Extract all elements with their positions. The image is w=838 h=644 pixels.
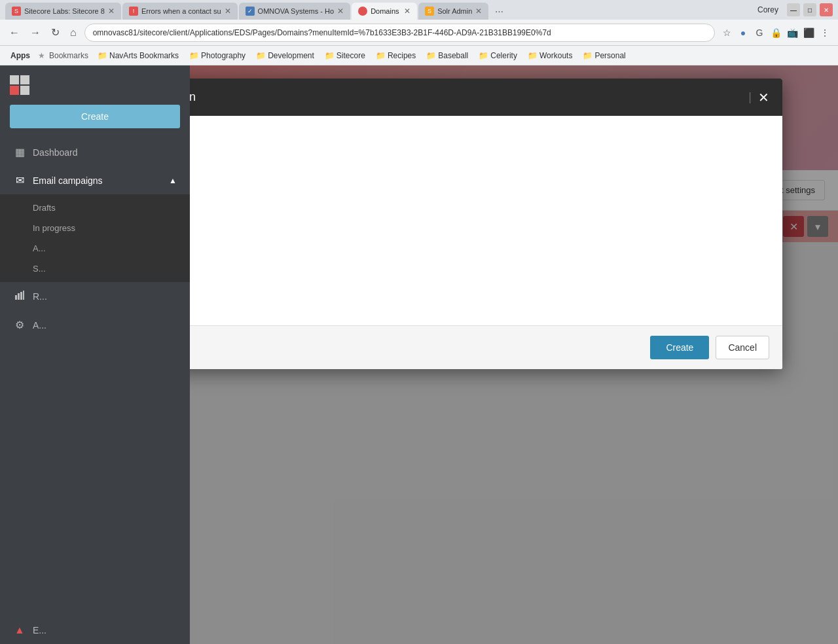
email-campaigns-submenu: Drafts In progress A... S... [0, 194, 190, 282]
modal-header: Regular email campaign | ✕ [190, 79, 782, 116]
modal-body: Import </> [190, 116, 782, 325]
bookmark-workouts[interactable]: 📁 Workouts [524, 50, 576, 62]
sidebar-email-campaigns-section: ✉ Email campaigns ▲ Drafts In progress A… [0, 166, 190, 282]
modal-close-button[interactable]: ✕ [758, 91, 769, 104]
minimize-button[interactable]: — [787, 3, 800, 16]
bookmark-photography-label: Photography [201, 51, 246, 60]
bookmark-baseball[interactable]: 📁 Baseball [422, 50, 472, 62]
modal-cancel-button[interactable]: Cancel [716, 336, 769, 359]
create-button[interactable]: Create [10, 105, 180, 128]
bookmark-personal[interactable]: 📁 Personal [579, 50, 629, 62]
reload-button[interactable]: ↻ [48, 24, 62, 41]
dashboard-icon: ▦ [13, 146, 26, 158]
bookmark-recipes-label: Recipes [388, 51, 416, 60]
tab-4-close[interactable]: ✕ [404, 7, 410, 16]
main-content: Logout | Administrator 👤 Domains EMAIL D… [190, 65, 838, 644]
svg-rect-1 [18, 293, 20, 300]
back-button[interactable]: ← [7, 24, 22, 41]
sidebar-email-delivery-label: E... [33, 625, 46, 635]
forward-button[interactable]: → [27, 24, 43, 41]
sidebar-sub-in-progress[interactable]: In progress [0, 218, 190, 238]
extension-icon-2[interactable]: G [753, 26, 766, 39]
tab-5-close[interactable]: ✕ [475, 7, 482, 16]
modal-create-button[interactable]: Create [650, 336, 709, 359]
folder-icon: 📁 [189, 51, 199, 60]
sidebar-item-reports[interactable]: R... [0, 282, 190, 311]
bookmark-development-label: Development [268, 51, 314, 60]
bookmark-celerity-label: Celerity [490, 51, 517, 60]
svg-rect-3 [23, 291, 24, 300]
modal-overlay: Regular email campaign | ✕ Import [190, 65, 838, 644]
bookmark-workouts-label: Workouts [539, 51, 572, 60]
sidebar-sub-s[interactable]: S... [0, 259, 190, 279]
bookmark-personal-label: Personal [594, 51, 625, 60]
tab-2-close[interactable]: ✕ [225, 7, 231, 16]
sidebar-email-campaigns-label: Email campaigns [33, 175, 103, 186]
folder-icon: 📁 [376, 51, 386, 60]
folder-icon: 📁 [528, 51, 537, 60]
browser-user: Corey [757, 5, 778, 14]
admin-gear-icon: ⚙ [13, 319, 26, 331]
menu-icon[interactable]: ⋮ [818, 26, 831, 39]
address-bar-container: ← → ↻ ⌂ ☆ ● G 🔒 📺 ⬛ ⋮ [0, 20, 838, 46]
sidebar-item-admin[interactable]: ⚙ A... [0, 311, 190, 339]
browser-tab-5[interactable]: S Solr Admin ✕ [418, 3, 488, 20]
tab-4-title: Domains [371, 7, 401, 15]
folder-icon: 📁 [325, 51, 335, 60]
extension-icon-5[interactable]: ⬛ [802, 26, 815, 39]
email-delivery-icon: ▲ [13, 624, 26, 636]
reports-icon [13, 290, 26, 303]
svg-rect-2 [20, 292, 22, 300]
bookmark-sitecore[interactable]: 📁 Sitecore [321, 50, 369, 62]
window-controls: Corey — □ ✕ [757, 3, 833, 16]
sidebar-item-email-delivery[interactable]: ▲ E... [0, 617, 190, 644]
bookmark-navarts[interactable]: 📁 NavArts Bookmarks [94, 50, 183, 62]
logo-cell-4 [20, 86, 29, 95]
new-tab-button[interactable]: ⋯ [490, 3, 508, 20]
folder-icon: 📁 [426, 51, 436, 60]
bookmark-celerity[interactable]: 📁 Celerity [475, 50, 521, 62]
sidebar-sub-a[interactable]: A... [0, 238, 190, 259]
extension-icon-3[interactable]: 🔒 [769, 26, 782, 39]
tab-2-title: Errors when a contact su [141, 7, 221, 15]
folder-icon: 📁 [583, 51, 592, 60]
bookmark-recipes[interactable]: 📁 Recipes [372, 50, 420, 62]
close-button[interactable]: ✕ [820, 3, 833, 16]
logo-grid [10, 75, 29, 95]
sidebar-sub-drafts[interactable]: Drafts [0, 198, 190, 218]
browser-tab-1[interactable]: S Sitecore Labs: Sitecore 8 ✕ [5, 3, 121, 20]
browser-tab-2[interactable]: ! Errors when a contact su ✕ [122, 3, 238, 20]
modal-title: Regular email campaign [190, 90, 196, 104]
bookmark-photography[interactable]: 📁 Photography [185, 50, 249, 62]
home-button[interactable]: ⌂ [67, 24, 79, 41]
browser-content: Create ▦ Dashboard ✉ Email campaigns ▲ D… [0, 65, 838, 644]
folder-icon: 📁 [98, 51, 107, 60]
browser-tab-3[interactable]: ✓ OMNOVA Systems - Ho ✕ [239, 3, 351, 20]
address-input[interactable] [84, 24, 715, 42]
browser-tab-4[interactable]: Domains ✕ [352, 3, 417, 20]
logo-cell-3 [10, 86, 19, 95]
sidebar-item-dashboard[interactable]: ▦ Dashboard [0, 138, 190, 166]
modal-dialog: Regular email campaign | ✕ Import [190, 79, 782, 369]
folder-icon: 📁 [256, 51, 266, 60]
folder-icon: 📁 [479, 51, 488, 60]
bookmark-sitecore-label: Sitecore [337, 51, 365, 60]
bookmarks-bar: Apps ★ Bookmarks 📁 NavArts Bookmarks 📁 P… [0, 46, 838, 65]
tab-1-close[interactable]: ✕ [108, 7, 115, 16]
modal-close-area: | ✕ [748, 90, 769, 104]
extension-icon-4[interactable]: 📺 [786, 26, 799, 39]
bookmark-development[interactable]: 📁 Development [252, 50, 318, 62]
modal-close-separator: | [748, 90, 752, 104]
tab-3-close[interactable]: ✕ [337, 7, 344, 16]
sidebar-item-email-campaigns[interactable]: ✉ Email campaigns ▲ [0, 166, 190, 194]
logo-cell-2 [20, 75, 29, 84]
expand-icon: ▲ [169, 176, 177, 185]
apps-button[interactable]: Apps [7, 50, 34, 62]
svg-rect-0 [15, 295, 17, 300]
bookmark-star-icon[interactable]: ☆ [720, 26, 733, 39]
sitecore-logo [0, 65, 190, 105]
tab-5-title: Solr Admin [437, 7, 472, 15]
extension-icon-1[interactable]: ● [737, 26, 750, 39]
maximize-button[interactable]: □ [803, 3, 816, 16]
tab-3-title: OMNOVA Systems - Ho [258, 7, 335, 15]
